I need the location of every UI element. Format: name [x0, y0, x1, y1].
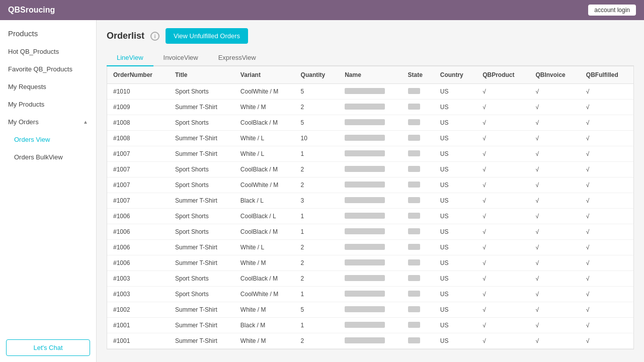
cell-state: ██ — [402, 100, 434, 115]
cell-quantity: 2 — [295, 240, 339, 255]
cell-qbinvoice: √ — [529, 271, 580, 287]
table-row: #1009 Summer T-Shirt White / M 2 ███████… — [107, 100, 633, 115]
cell-state: ██ — [402, 162, 434, 177]
sidebar-item-orders-view[interactable]: Orders View — [0, 131, 96, 148]
cell-quantity: 1 — [295, 318, 339, 333]
cell-title: Summer T-Shirt — [169, 193, 234, 209]
cell-qbproduct: √ — [476, 100, 529, 115]
cell-variant: CoolBlack / M — [234, 115, 295, 131]
cell-name: ████████████ — [339, 318, 401, 333]
cell-qbfulfilled: √ — [580, 84, 633, 100]
cell-variant: White / L — [234, 240, 295, 255]
tab-express-view[interactable]: ExpressView — [208, 50, 266, 66]
tab-line-view[interactable]: LineView — [107, 50, 153, 66]
sidebar-item-hot-qb-products[interactable]: Hot QB_Products — [0, 43, 96, 60]
cell-qbproduct: √ — [476, 318, 529, 333]
app-logo: QBSroucing — [8, 6, 55, 15]
cell-order-number: #1003 — [107, 271, 169, 287]
cell-qbproduct: √ — [476, 84, 529, 100]
cell-order-number: #1006 — [107, 209, 169, 224]
cell-order-number: #1008 — [107, 131, 169, 146]
cell-variant: CoolBlack / M — [234, 271, 295, 287]
cell-qbfulfilled: √ — [580, 131, 633, 146]
cell-qbproduct: √ — [476, 193, 529, 209]
cell-variant: White / M — [234, 302, 295, 318]
cell-variant: White / M — [234, 100, 295, 115]
cell-qbinvoice: √ — [529, 115, 580, 131]
cell-qbproduct: √ — [476, 146, 529, 162]
sidebar-item-my-orders[interactable]: My Orders ▲ — [0, 113, 96, 131]
cell-name: ████████████ — [339, 177, 401, 193]
cell-qbfulfilled: √ — [580, 209, 633, 224]
cell-quantity: 2 — [295, 333, 339, 349]
cell-country: US — [434, 240, 476, 255]
cell-qbfulfilled: √ — [580, 333, 633, 349]
cell-qbinvoice: √ — [529, 318, 580, 333]
cell-country: US — [434, 255, 476, 271]
chevron-up-icon: ▲ — [83, 119, 88, 125]
cell-quantity: 1 — [295, 224, 339, 240]
sidebar-item-my-products[interactable]: My Products — [0, 96, 96, 113]
cell-country: US — [434, 209, 476, 224]
cell-state: ██ — [402, 302, 434, 318]
lets-chat-button[interactable]: Let's Chat — [6, 339, 90, 356]
table-row: #1001 Summer T-Shirt Black / M 1 ███████… — [107, 318, 633, 333]
cell-country: US — [434, 302, 476, 318]
col-order-number: OrderNumber — [107, 66, 169, 84]
cell-qbproduct: √ — [476, 131, 529, 146]
sidebar-item-orders-bulkview[interactable]: Orders BulkView — [0, 148, 96, 166]
cell-state: ██ — [402, 193, 434, 209]
table-row: #1002 Summer T-Shirt White / M 5 ███████… — [107, 302, 633, 318]
cell-country: US — [434, 318, 476, 333]
cell-variant: CoolWhite / M — [234, 84, 295, 100]
view-unfulfilled-button[interactable]: View Unfulfilled Orders — [166, 28, 248, 44]
table-row: #1008 Summer T-Shirt White / L 10 ██████… — [107, 131, 633, 146]
table-row: #1006 Summer T-Shirt White / M 2 ███████… — [107, 255, 633, 271]
cell-country: US — [434, 224, 476, 240]
sidebar-item-favorite-qb-products[interactable]: Favorite QB_Products — [0, 60, 96, 78]
cell-qbproduct: √ — [476, 162, 529, 177]
cell-variant: Black / M — [234, 318, 295, 333]
orders-table-container: OrderNumber Title Variant Quantity Name … — [107, 66, 634, 349]
cell-qbproduct: √ — [476, 255, 529, 271]
cell-quantity: 1 — [295, 209, 339, 224]
cell-order-number: #1007 — [107, 193, 169, 209]
cell-variant: CoolBlack / L — [234, 209, 295, 224]
topbar: QBSroucing account login — [0, 0, 644, 20]
table-row: #1007 Sport Shorts CoolBlack / M 2 █████… — [107, 162, 633, 177]
sidebar-nav: Products Hot QB_Products Favorite QB_Pro… — [0, 20, 96, 170]
cell-qbinvoice: √ — [529, 287, 580, 302]
cell-state: ██ — [402, 224, 434, 240]
cell-qbfulfilled: √ — [580, 287, 633, 302]
cell-qbproduct: √ — [476, 224, 529, 240]
cell-state: ██ — [402, 131, 434, 146]
table-row: #1003 Sport Shorts CoolWhite / M 1 █████… — [107, 287, 633, 302]
cell-country: US — [434, 162, 476, 177]
cell-qbinvoice: √ — [529, 162, 580, 177]
sidebar-bottom: Let's Chat — [0, 333, 96, 362]
info-icon[interactable]: i — [150, 32, 159, 41]
sidebar-item-my-requests[interactable]: My Requests — [0, 78, 96, 96]
cell-quantity: 1 — [295, 287, 339, 302]
cell-title: Sport Shorts — [169, 224, 234, 240]
table-row: #1006 Sport Shorts CoolBlack / L 1 █████… — [107, 209, 633, 224]
cell-quantity: 2 — [295, 255, 339, 271]
cell-qbinvoice: √ — [529, 333, 580, 349]
cell-state: ██ — [402, 240, 434, 255]
col-qbinvoice: QBInvoice — [529, 66, 580, 84]
tab-invoice-view[interactable]: InvoiceView — [153, 50, 208, 66]
cell-state: ██ — [402, 318, 434, 333]
cell-qbinvoice: √ — [529, 255, 580, 271]
cell-qbinvoice: √ — [529, 177, 580, 193]
cell-name: ████████████ — [339, 224, 401, 240]
cell-order-number: #1001 — [107, 318, 169, 333]
cell-quantity: 5 — [295, 115, 339, 131]
user-account[interactable]: account login — [588, 5, 636, 16]
col-qbfulfilled: QBFulfilled — [580, 66, 633, 84]
cell-title: Sport Shorts — [169, 271, 234, 287]
cell-name: ████████████ — [339, 287, 401, 302]
cell-quantity: 10 — [295, 131, 339, 146]
table-row: #1003 Sport Shorts CoolBlack / M 2 █████… — [107, 271, 633, 287]
cell-order-number: #1006 — [107, 240, 169, 255]
col-quantity: Quantity — [295, 66, 339, 84]
